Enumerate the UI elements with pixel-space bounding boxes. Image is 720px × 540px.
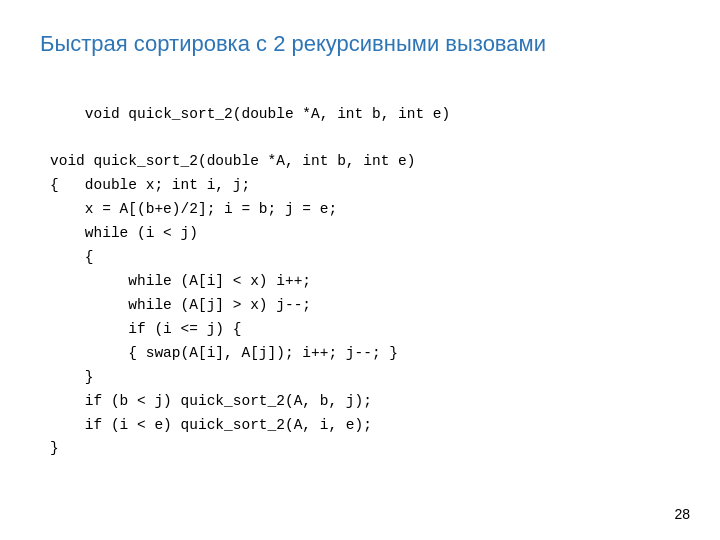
slide-title: Быстрая сортировка с 2 рекурсивными вызо… (40, 30, 680, 59)
code-content: void quick_sort_2(double *A, int b, int … (40, 150, 680, 461)
code-line-1: void quick_sort_2(double *A, int b, int … (85, 106, 450, 122)
code-block: void quick_sort_2(double *A, int b, int … (40, 79, 680, 151)
page-number: 28 (674, 506, 690, 522)
slide-container: Быстрая сортировка с 2 рекурсивными вызо… (0, 0, 720, 540)
